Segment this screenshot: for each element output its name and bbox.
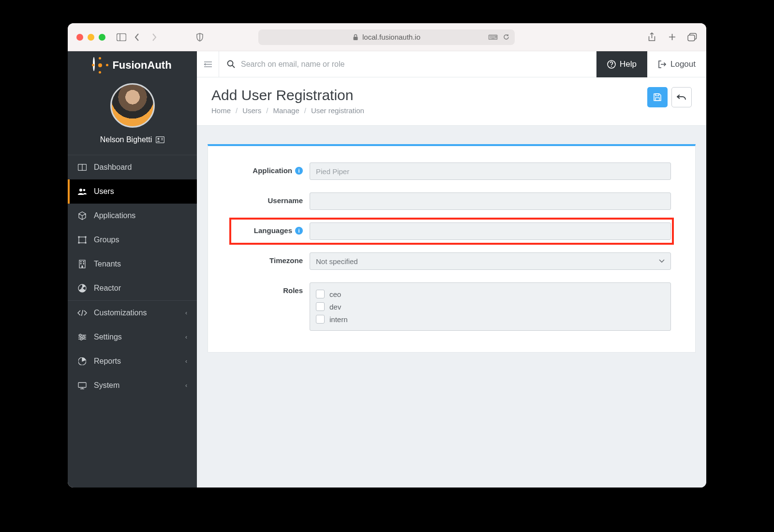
sidebar-item-label: Applications [94, 211, 135, 220]
profile-block: Nelson Bighetti [68, 79, 197, 155]
svg-rect-24 [80, 263, 82, 265]
field-timezone: Timezone Not specified [232, 252, 671, 270]
share-icon[interactable] [646, 32, 657, 43]
chevron-left-icon: ‹ [185, 310, 187, 316]
sidebar-item-label: Tenants [94, 260, 121, 268]
shield-icon[interactable] [194, 32, 205, 43]
checkbox[interactable] [316, 290, 325, 298]
sidebar-item-label: Reactor [94, 284, 121, 293]
pie-chart-icon [77, 357, 87, 365]
svg-rect-45 [655, 94, 659, 96]
svg-rect-22 [80, 261, 82, 263]
undo-icon [677, 93, 686, 101]
maximize-window-icon[interactable] [99, 34, 105, 41]
sidebar-item-settings[interactable]: Settings ‹ [68, 325, 197, 349]
timezone-select[interactable]: Not specified [310, 252, 671, 270]
minimize-window-icon[interactable] [88, 34, 94, 41]
field-label: Roles [283, 286, 303, 295]
url-bar[interactable]: local.fusionauth.io ⌨︎ [258, 30, 515, 45]
logout-label: Logout [670, 59, 696, 69]
logout-button[interactable]: Logout [647, 51, 706, 77]
chevron-left-icon: ‹ [185, 358, 187, 365]
sidebar-item-users[interactable]: Users [68, 179, 197, 204]
sidebar-item-groups[interactable]: Groups [68, 228, 197, 252]
profile-name: Nelson Bighetti [100, 135, 152, 144]
form-panel: Application i Pied Piper Username [208, 144, 696, 353]
svg-rect-35 [78, 383, 86, 387]
groups-icon [77, 236, 87, 244]
sidebar-item-dashboard[interactable]: Dashboard [68, 155, 197, 179]
select-value: Not specified [316, 257, 358, 266]
sidebar-collapse-button[interactable] [197, 51, 219, 77]
tabs-overview-icon[interactable] [687, 32, 698, 43]
monitor-icon [77, 382, 87, 389]
svg-line-42 [232, 65, 235, 68]
close-window-icon[interactable] [76, 34, 83, 41]
field-label: Application [253, 166, 292, 175]
cube-icon [77, 211, 87, 220]
svg-point-9 [158, 138, 160, 140]
chevron-left-icon: ‹ [185, 334, 187, 340]
forward-icon[interactable] [149, 32, 160, 43]
reload-icon[interactable] [503, 33, 510, 41]
brand: FusionAuth [68, 51, 197, 79]
browser-toolbar: local.fusionauth.io ⌨︎ [68, 23, 706, 51]
chevron-left-icon: ‹ [185, 382, 187, 389]
sidebar-item-label: Groups [94, 236, 119, 244]
field-languages: Languages i [230, 219, 673, 244]
id-card-icon [156, 136, 164, 143]
username-input[interactable] [310, 192, 671, 210]
checkbox[interactable] [316, 315, 325, 324]
role-item[interactable]: ceo [316, 288, 665, 300]
sidebar-item-applications[interactable]: Applications [68, 204, 197, 228]
search-input[interactable] [241, 60, 589, 69]
svg-rect-20 [85, 242, 87, 244]
breadcrumb-item[interactable]: Manage [273, 106, 299, 115]
save-button[interactable] [647, 87, 668, 107]
logout-icon [658, 60, 667, 68]
page-title: Add User Registration [211, 87, 364, 103]
new-tab-icon[interactable] [667, 32, 677, 43]
svg-rect-19 [78, 242, 80, 244]
breadcrumb-sep: / [236, 106, 238, 115]
sidebar-item-reactor[interactable]: Reactor [68, 276, 197, 300]
checkbox[interactable] [316, 302, 325, 311]
topbar: Help Logout [197, 51, 706, 77]
back-icon[interactable] [132, 32, 142, 43]
info-icon[interactable]: i [295, 227, 303, 235]
brand-logo-icon [93, 58, 107, 73]
help-button[interactable]: Help [596, 51, 647, 77]
search-icon [227, 60, 235, 68]
building-icon [77, 260, 87, 268]
role-item[interactable]: intern [316, 313, 665, 325]
field-roles: Roles ceo dev [232, 282, 671, 331]
sidebar-item-customizations[interactable]: Customizations ‹ [68, 300, 197, 325]
sidebar-nav: Dashboard Users Applications Groups Tena… [68, 155, 197, 398]
sliders-icon [77, 334, 87, 340]
users-icon [77, 188, 87, 195]
sidebar-item-reports[interactable]: Reports ‹ [68, 349, 197, 373]
role-item[interactable]: dev [316, 300, 665, 313]
svg-rect-16 [79, 237, 86, 243]
role-label: intern [329, 315, 348, 324]
application-input[interactable]: Pied Piper [310, 163, 671, 180]
info-icon[interactable]: i [295, 167, 303, 175]
sidebar-item-system[interactable]: System ‹ [68, 373, 197, 398]
breadcrumb-item[interactable]: Users [242, 106, 261, 115]
field-application: Application i Pied Piper [232, 163, 671, 180]
search-wrap [219, 60, 596, 69]
avatar[interactable] [110, 83, 155, 128]
svg-rect-17 [78, 236, 80, 238]
sidebar-toggle-icon[interactable] [116, 32, 127, 43]
svg-point-33 [83, 336, 85, 338]
translate-icon[interactable]: ⌨︎ [488, 33, 498, 41]
sidebar-item-tenants[interactable]: Tenants [68, 252, 197, 276]
field-label: Username [268, 196, 303, 205]
back-button[interactable] [671, 87, 692, 107]
languages-input[interactable] [310, 222, 671, 240]
main-area: Help Logout Add User Registration Home /… [197, 51, 706, 488]
sidebar-item-label: Dashboard [94, 163, 132, 172]
sidebar-item-label: Settings [94, 333, 122, 341]
breadcrumb-item[interactable]: Home [211, 106, 231, 115]
svg-rect-3 [353, 37, 357, 40]
